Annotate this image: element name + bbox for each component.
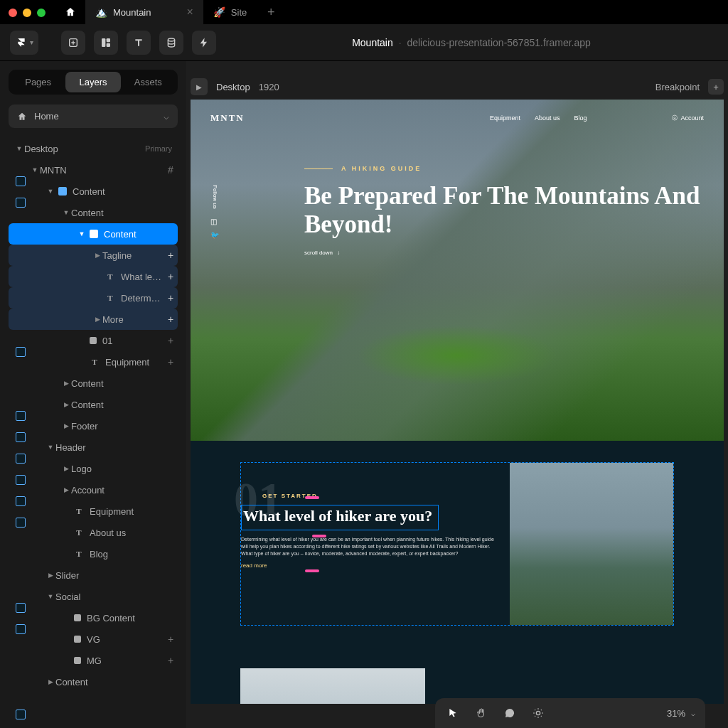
close-tab-icon[interactable]: × [186, 6, 193, 18]
layer-label: Content [71, 400, 178, 410]
tab-assets[interactable]: Assets [121, 72, 176, 92]
zoom-control[interactable]: 31% ⌵ [667, 708, 695, 719]
layer-toggle-icon[interactable]: ▼ [46, 593, 55, 600]
layer-action-button[interactable]: + [164, 335, 178, 346]
layer-toggle-icon[interactable]: ▼ [61, 209, 71, 216]
layer-row[interactable]: ▼Header [9, 437, 178, 458]
layer-row[interactable]: BG Content [9, 607, 178, 628]
layer-row[interactable]: ▶Logo [9, 458, 178, 479]
design-frame[interactable]: MNTN Equipment About us Blog ⦾ Account F… [191, 100, 724, 704]
layer-toggle-icon[interactable]: ▼ [30, 166, 40, 173]
layer-row[interactable]: ▼Social [9, 586, 178, 607]
layer-toggle-icon[interactable]: ▶ [46, 678, 55, 685]
tab-mountain[interactable]: 🏔️ Mountain × [85, 0, 203, 24]
rocket-icon: 🚀 [213, 6, 225, 18]
layer-action-button[interactable]: # [164, 164, 178, 176]
layer-row[interactable]: TAbout us [9, 522, 178, 543]
layer-action-button[interactable]: + [164, 314, 178, 325]
hand-tool[interactable] [473, 707, 489, 719]
layer-toggle-icon[interactable]: ▼ [14, 145, 24, 152]
layer-toggle-icon[interactable]: ▶ [92, 252, 102, 259]
layer-action-button[interactable]: + [164, 292, 178, 304]
layer-toggle-icon[interactable]: ▶ [61, 380, 71, 387]
layer-action-button[interactable]: + [164, 633, 178, 645]
layer-row[interactable]: ▼MNTN# [9, 159, 178, 181]
text-button[interactable] [127, 31, 151, 55]
comment-tool[interactable] [502, 707, 518, 719]
layer-label: What le… [121, 272, 164, 282]
layer-toggle-icon[interactable]: ▼ [46, 188, 55, 195]
canvas[interactable]: ▶ Desktop 1920 Breakpoint + MNTN Equipme… [186, 61, 728, 728]
home-tab[interactable] [55, 0, 85, 24]
text-icon: T [74, 549, 84, 559]
layer-row[interactable]: TBlog [9, 543, 178, 564]
layer-row[interactable]: TEquipment+ [9, 351, 178, 373]
maximize-window-icon[interactable] [37, 9, 46, 17]
insert-button[interactable] [61, 31, 85, 55]
layer-action-button[interactable]: + [164, 655, 178, 666]
layer-row[interactable]: ▼Content [9, 202, 178, 223]
layer-toggle-icon[interactable]: ▶ [46, 572, 55, 579]
layer-row[interactable]: ▶Content [9, 394, 178, 415]
layer-row[interactable]: TDeterm…+ [9, 287, 178, 309]
layer-row[interactable]: ▶Slider [9, 564, 178, 586]
brightness-tool[interactable] [530, 707, 546, 719]
svg-rect-3 [107, 43, 110, 46]
layer-action-button[interactable]: + [164, 356, 178, 368]
layer-row[interactable]: TWhat le…+ [9, 266, 178, 287]
framer-menu-button[interactable]: ▾ [10, 31, 38, 55]
layer-label: Equipment [105, 357, 164, 368]
layer-toggle-icon[interactable]: ▼ [46, 444, 55, 451]
graphic-icon [74, 614, 81, 621]
tab-site[interactable]: 🚀 Site [203, 0, 257, 24]
new-tab-button[interactable]: + [257, 5, 285, 20]
layer-row[interactable]: ▶Content [9, 373, 178, 394]
add-breakpoint-button[interactable]: + [708, 79, 724, 95]
layer-row[interactable]: ▶Tagline+ [9, 245, 178, 266]
actions-button[interactable] [192, 31, 216, 55]
layer-toggle-icon[interactable]: ▶ [61, 486, 71, 493]
layer-row[interactable]: ▼Content [9, 181, 178, 202]
layer-toggle-icon[interactable]: ▼ [77, 230, 87, 237]
layer-label: Tagline [102, 250, 164, 261]
canvas-toolbar: 31% ⌵ [435, 698, 705, 728]
layer-row[interactable]: VG+ [9, 628, 178, 650]
chevron-down-icon: ⌵ [691, 710, 695, 717]
svg-rect-2 [107, 38, 110, 42]
layer-row[interactable]: MG+ [9, 650, 178, 671]
page-selector[interactable]: Home ⌵ [9, 105, 178, 128]
minimize-window-icon[interactable] [23, 9, 31, 17]
text-icon: T [90, 357, 100, 367]
layer-action-button[interactable]: + [164, 250, 178, 261]
layer-row[interactable]: ▼Content [9, 223, 178, 245]
layer-row[interactable]: ▼DesktopPrimary [9, 138, 178, 159]
layer-toggle-icon[interactable]: ▶ [61, 422, 71, 429]
text-icon: T [105, 272, 115, 282]
cursor-tool[interactable] [445, 707, 461, 719]
layer-label: Header [55, 442, 178, 453]
layer-row[interactable]: 01+ [9, 330, 178, 351]
layout-button[interactable] [94, 31, 118, 55]
layer-label: Desktop [24, 144, 145, 154]
tab-layers[interactable]: Layers [65, 72, 120, 92]
close-window-icon[interactable] [9, 9, 17, 17]
layer-label: Content [55, 677, 178, 687]
twitter-icon: 🐦 [210, 231, 219, 239]
layer-toggle-icon[interactable]: ▶ [61, 465, 71, 472]
layer-action-button[interactable]: + [164, 271, 178, 282]
layer-toggle-icon[interactable]: ▶ [61, 401, 71, 408]
project-url[interactable]: delicious-presentation-567851.framer.app [407, 37, 590, 48]
frame-width: 1920 [259, 82, 279, 92]
frame-name[interactable]: Desktop [216, 82, 250, 92]
layer-row[interactable]: ▶Footer [9, 415, 178, 437]
breadcrumb: Mountain · delicious-presentation-567851… [225, 37, 718, 48]
preview-button[interactable]: ▶ [191, 78, 208, 95]
layer-toggle-icon[interactable]: ▶ [92, 316, 102, 323]
layer-row[interactable]: ▶More+ [9, 309, 178, 330]
tab-pages[interactable]: Pages [11, 72, 65, 92]
cms-button[interactable] [159, 31, 183, 55]
layer-row[interactable]: TEquipment [9, 500, 178, 522]
layer-label: More [102, 314, 164, 325]
layer-row[interactable]: ▶Content [9, 671, 178, 692]
layer-row[interactable]: ▶Account [9, 479, 178, 500]
